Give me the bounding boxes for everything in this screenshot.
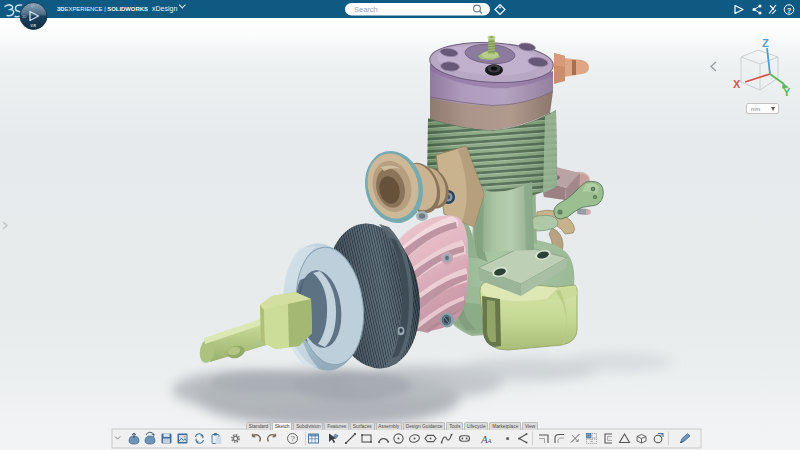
svg-text:X?: X? (31, 5, 35, 9)
svg-text:A: A (487, 437, 492, 444)
svg-text:V.R: V.R (31, 24, 37, 28)
svg-text:Search: Search (354, 5, 378, 14)
svg-text:Y: Y (783, 86, 791, 98)
svg-text:?: ? (787, 6, 792, 15)
svg-text:3D: 3D (22, 15, 27, 19)
svg-text:X: X (733, 78, 741, 90)
svg-text:Z: Z (762, 37, 769, 49)
svg-text:?: ? (290, 434, 295, 443)
